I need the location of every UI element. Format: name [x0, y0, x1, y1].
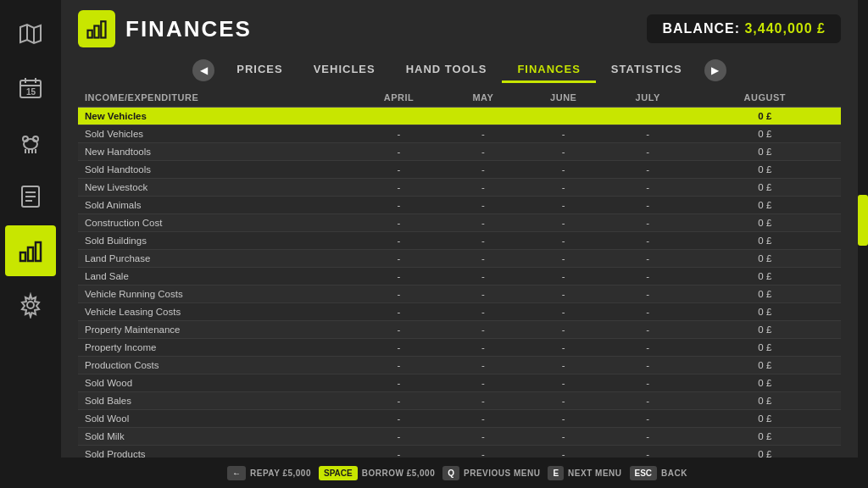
- row-june: -: [520, 321, 607, 339]
- row-april: -: [352, 374, 446, 392]
- row-april: -: [352, 392, 446, 410]
- row-may: [446, 108, 520, 125]
- row-august: 0 £: [689, 410, 841, 428]
- balance-label: BALANCE:: [662, 21, 740, 36]
- label-prev-menu: PREVIOUS MENU: [464, 469, 540, 478]
- row-may: -: [446, 179, 520, 197]
- row-may: -: [446, 125, 520, 143]
- balance-value: 3,440,000 £: [744, 21, 826, 36]
- col-header-july: JULY: [607, 88, 689, 108]
- row-june: -: [520, 161, 607, 179]
- nav-tabs: ◀ PRICES VEHICLES HAND TOOLS FINANCES ST…: [61, 54, 858, 88]
- page-title: FINANCES: [125, 16, 252, 42]
- col-header-june: JUNE: [520, 88, 607, 108]
- row-label: Sold Animals: [78, 197, 352, 214]
- row-june: -: [520, 446, 607, 458]
- col-header-income: INCOME/EXPENDITURE: [78, 88, 352, 108]
- row-april: -: [352, 428, 446, 446]
- row-july: -: [607, 179, 689, 197]
- row-april: -: [352, 125, 446, 143]
- col-header-may: MAY: [446, 88, 520, 108]
- row-august: 0 £: [689, 428, 841, 446]
- row-june: -: [520, 286, 607, 303]
- row-july: -: [607, 428, 689, 446]
- row-june: -: [520, 143, 607, 161]
- row-august: 0 £: [689, 446, 841, 458]
- right-scrollbar[interactable]: [858, 0, 868, 488]
- nav-prev-button[interactable]: ◀: [192, 59, 214, 81]
- header-left: FINANCES: [78, 10, 252, 47]
- bottom-bar: ← REPAY £5,000 SPACE BORROW £5,000 Q PRE…: [61, 458, 858, 488]
- table-row: Sold Buildings - - - - 0 £: [78, 232, 841, 250]
- row-may: -: [446, 392, 520, 410]
- svg-rect-20: [88, 30, 92, 38]
- row-label: Construction Cost: [78, 214, 352, 232]
- header: FINANCES BALANCE: 3,440,000 £: [61, 0, 858, 54]
- tab-finances[interactable]: FINANCES: [502, 58, 595, 83]
- row-april: -: [352, 197, 446, 214]
- row-july: -: [607, 374, 689, 392]
- sidebar-item-calendar[interactable]: 15: [5, 63, 56, 114]
- scrollbar-handle[interactable]: [858, 195, 868, 246]
- row-august: 0 £: [689, 303, 841, 321]
- tab-hand-tools[interactable]: HAND TOOLS: [391, 58, 503, 83]
- sidebar-item-map[interactable]: [5, 8, 56, 59]
- table-row: Sold Wool - - - - 0 £: [78, 410, 841, 428]
- main-content: FINANCES BALANCE: 3,440,000 £ ◀ PRICES V…: [61, 0, 858, 488]
- row-label: Sold Bales: [78, 392, 352, 410]
- row-august: 0 £: [689, 108, 841, 125]
- balance-display: BALANCE: 3,440,000 £: [647, 14, 841, 43]
- row-may: -: [446, 410, 520, 428]
- row-june: -: [520, 179, 607, 197]
- row-april: -: [352, 410, 446, 428]
- row-april: -: [352, 179, 446, 197]
- row-label: Sold Milk: [78, 428, 352, 446]
- row-label: New Vehicles: [78, 108, 352, 125]
- row-august: 0 £: [689, 339, 841, 357]
- table-row: Sold Vehicles - - - - 0 £: [78, 125, 841, 143]
- row-july: -: [607, 250, 689, 268]
- row-august: 0 £: [689, 232, 841, 250]
- table-row: New Handtools - - - - 0 £: [78, 143, 841, 161]
- row-label: Vehicle Running Costs: [78, 286, 352, 303]
- row-april: -: [352, 232, 446, 250]
- sidebar-item-gear[interactable]: [5, 280, 56, 330]
- row-july: [607, 108, 689, 125]
- row-july: -: [607, 214, 689, 232]
- row-label: Sold Wood: [78, 374, 352, 392]
- nav-next-button[interactable]: ▶: [704, 59, 726, 81]
- row-label: Vehicle Leasing Costs: [78, 303, 352, 321]
- svg-rect-17: [28, 247, 33, 261]
- row-august: 0 £: [689, 286, 841, 303]
- tab-prices[interactable]: PRICES: [221, 58, 298, 83]
- row-april: [352, 108, 446, 125]
- row-june: -: [520, 357, 607, 374]
- svg-point-5: [24, 139, 37, 149]
- label-borrow: BORROW £5,000: [362, 469, 436, 478]
- table-row: New Livestock - - - - 0 £: [78, 179, 841, 197]
- row-may: -: [446, 143, 520, 161]
- sidebar: 15: [0, 0, 61, 488]
- table-row: Vehicle Leasing Costs - - - - 0 £: [78, 303, 841, 321]
- tab-statistics[interactable]: STATISTICS: [596, 58, 698, 83]
- key-esc: ESC: [630, 466, 658, 480]
- row-august: 0 £: [689, 357, 841, 374]
- key-space: SPACE: [319, 466, 358, 480]
- row-april: -: [352, 250, 446, 268]
- table-row: Sold Bales - - - - 0 £: [78, 392, 841, 410]
- row-may: -: [446, 214, 520, 232]
- table-row: Sold Milk - - - - 0 £: [78, 428, 841, 446]
- sidebar-item-animal[interactable]: [5, 117, 56, 168]
- tab-vehicles[interactable]: VEHICLES: [298, 58, 391, 83]
- row-august: 0 £: [689, 179, 841, 197]
- row-june: -: [520, 392, 607, 410]
- row-april: -: [352, 357, 446, 374]
- sidebar-item-chart[interactable]: [5, 225, 56, 276]
- row-may: -: [446, 303, 520, 321]
- table-row: Sold Products - - - - 0 £: [78, 446, 841, 458]
- key-e: E: [548, 466, 564, 480]
- row-july: -: [607, 268, 689, 286]
- finances-table: INCOME/EXPENDITURE APRIL MAY JUNE JULY A…: [78, 88, 841, 458]
- sidebar-item-document[interactable]: [5, 171, 56, 222]
- table-row: Sold Wood - - - - 0 £: [78, 374, 841, 392]
